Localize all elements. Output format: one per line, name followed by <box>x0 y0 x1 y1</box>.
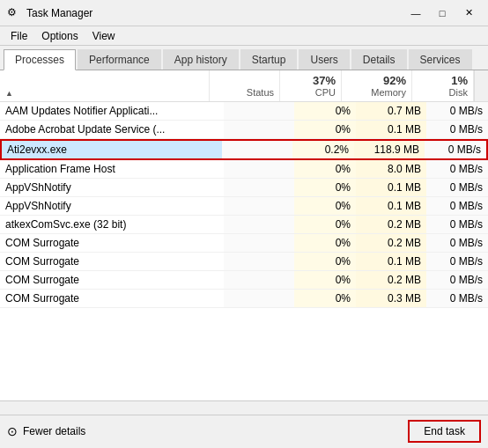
cell-status <box>224 253 294 270</box>
minimize-button[interactable]: — <box>403 4 428 22</box>
cell-memory: 0.1 MB <box>356 197 426 215</box>
cell-disk: 0 MB/s <box>426 179 488 196</box>
status-col-label: Status <box>247 87 274 98</box>
col-header-cpu[interactable]: 37% CPU <box>280 70 342 101</box>
cell-name: COM Surrogate <box>0 234 224 252</box>
cell-name: atkexComSvc.exe (32 bit) <box>0 216 224 233</box>
bottom-bar: ⊙ Fewer details End task <box>0 415 488 446</box>
cell-memory: 0.2 MB <box>356 216 426 233</box>
cell-disk: 0 MB/s <box>426 102 488 120</box>
menu-options[interactable]: Options <box>34 28 85 44</box>
table-row[interactable]: COM Surrogate0%0.2 MB0 MB/s <box>0 271 488 290</box>
cpu-label: CPU <box>315 87 336 98</box>
cell-status <box>222 141 292 158</box>
table-row[interactable]: Adobe Acrobat Update Service (...0%0.1 M… <box>0 121 488 139</box>
table-row[interactable]: Ati2evxx.exe0.2%118.9 MB0 MB/s <box>0 139 488 160</box>
cell-memory: 0.1 MB <box>356 121 426 138</box>
window-controls: — □ ✕ <box>403 4 481 22</box>
col-header-name[interactable]: ▲ <box>0 70 210 101</box>
table-row[interactable]: AAM Updates Notifier Applicati...0%0.7 M… <box>0 102 488 121</box>
table-row[interactable]: Application Frame Host0%8.0 MB0 MB/s <box>0 160 488 179</box>
tab-processes[interactable]: Processes <box>4 49 76 70</box>
cell-disk: 0 MB/s <box>426 160 488 178</box>
tab-users[interactable]: Users <box>299 49 349 70</box>
table-row[interactable]: COM Surrogate0%0.2 MB0 MB/s <box>0 234 488 253</box>
cell-memory: 0.2 MB <box>356 234 426 252</box>
cpu-pct: 37% <box>313 74 336 87</box>
tab-bar: Processes Performance App history Startu… <box>0 46 488 70</box>
table-row[interactable]: AppVShNotify0%0.1 MB0 MB/s <box>0 179 488 197</box>
cell-cpu: 0% <box>294 253 356 270</box>
horizontal-scrollbar[interactable] <box>0 400 488 415</box>
menu-bar: File Options View <box>0 26 488 46</box>
title-bar: ⚙ Task Manager — □ ✕ <box>0 0 488 26</box>
cell-memory: 118.9 MB <box>354 141 425 158</box>
cell-cpu: 0% <box>294 179 356 196</box>
table-row[interactable]: atkexComSvc.exe (32 bit)0%0.2 MB0 MB/s <box>0 216 488 234</box>
menu-file[interactable]: File <box>4 28 34 44</box>
title-bar-text: Task Manager <box>26 7 403 19</box>
close-button[interactable]: ✕ <box>456 4 481 22</box>
cell-disk: 0 MB/s <box>426 253 488 270</box>
cell-disk: 0 MB/s <box>426 121 488 138</box>
cell-name: AAM Updates Notifier Applicati... <box>0 102 224 120</box>
cell-status <box>224 121 294 138</box>
tab-performance[interactable]: Performance <box>78 49 161 70</box>
disk-pct: 1% <box>451 74 468 87</box>
cell-status <box>224 197 294 215</box>
cell-cpu: 0.2% <box>292 141 354 158</box>
tab-startup[interactable]: Startup <box>240 49 298 70</box>
hscroll-track <box>0 401 488 415</box>
sort-arrow-name: ▲ <box>5 89 13 98</box>
fewer-details-icon: ⊙ <box>7 424 18 438</box>
app-icon: ⚙ <box>7 6 21 20</box>
cell-cpu: 0% <box>294 216 356 233</box>
fewer-details-button[interactable]: ⊙ Fewer details <box>7 424 85 438</box>
cell-cpu: 0% <box>294 271 356 289</box>
cell-name: COM Surrogate <box>0 253 224 270</box>
table-row[interactable]: COM Surrogate0%0.3 MB0 MB/s <box>0 290 488 308</box>
cell-name: AppVShNotify <box>0 197 224 215</box>
cell-name: AppVShNotify <box>0 179 224 196</box>
end-task-button[interactable]: End task <box>408 420 481 443</box>
col-header-status[interactable]: Status <box>210 70 280 101</box>
cell-cpu: 0% <box>294 290 356 307</box>
cell-cpu: 0% <box>294 121 356 138</box>
cell-disk: 0 MB/s <box>426 216 488 233</box>
cell-disk: 0 MB/s <box>426 271 488 289</box>
cell-memory: 0.2 MB <box>356 271 426 289</box>
cell-name: COM Surrogate <box>0 290 224 307</box>
cell-cpu: 0% <box>294 160 356 178</box>
tab-services[interactable]: Services <box>409 49 472 70</box>
tab-app-history[interactable]: App history <box>163 49 239 70</box>
cell-memory: 0.1 MB <box>356 253 426 270</box>
process-table-body[interactable]: AAM Updates Notifier Applicati...0%0.7 M… <box>0 102 488 400</box>
col-header-disk[interactable]: 1% Disk <box>412 70 474 101</box>
cell-status <box>224 179 294 196</box>
cell-disk: 0 MB/s <box>426 197 488 215</box>
cell-name: Application Frame Host <box>0 160 224 178</box>
cell-memory: 0.7 MB <box>356 102 426 120</box>
cell-status <box>224 216 294 233</box>
table-row[interactable]: AppVShNotify0%0.1 MB0 MB/s <box>0 197 488 216</box>
cell-status <box>224 290 294 307</box>
cell-disk: 0 MB/s <box>426 290 488 307</box>
cell-disk: 0 MB/s <box>426 234 488 252</box>
cell-cpu: 0% <box>294 197 356 215</box>
menu-view[interactable]: View <box>85 28 122 44</box>
cell-memory: 0.1 MB <box>356 179 426 196</box>
cell-cpu: 0% <box>294 234 356 252</box>
main-content: ▲ Status 37% CPU 92% Memory 1% Disk AAM … <box>0 70 488 415</box>
maximize-button[interactable]: □ <box>430 4 455 22</box>
cell-status <box>224 234 294 252</box>
table-row[interactable]: COM Surrogate0%0.1 MB0 MB/s <box>0 253 488 271</box>
fewer-details-label: Fewer details <box>23 425 85 437</box>
table-header: ▲ Status 37% CPU 92% Memory 1% Disk <box>0 70 488 102</box>
scrollbar-spacer <box>474 70 488 101</box>
tab-details[interactable]: Details <box>351 49 407 70</box>
cell-status <box>224 102 294 120</box>
cell-name: COM Surrogate <box>0 271 224 289</box>
memory-pct: 92% <box>383 74 406 87</box>
col-header-memory[interactable]: 92% Memory <box>342 70 412 101</box>
cell-disk: 0 MB/s <box>425 141 486 158</box>
